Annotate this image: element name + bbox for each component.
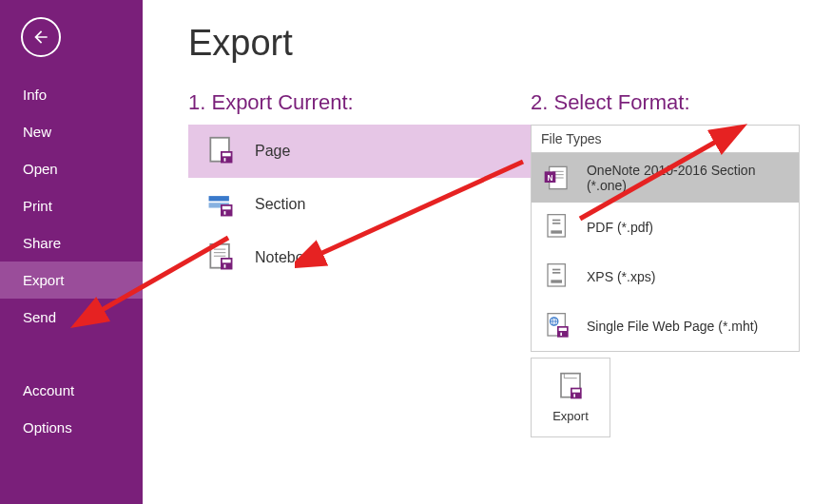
file-type-label: PDF (*.pdf) bbox=[587, 220, 653, 235]
export-item-page[interactable]: Page bbox=[188, 125, 531, 178]
filetype-xps-icon bbox=[541, 261, 573, 293]
file-type-label: OneNote 2010-2016 Section (*.one) bbox=[587, 163, 799, 193]
sidebar-item-print[interactable]: Print bbox=[0, 187, 143, 224]
svg-rect-4 bbox=[209, 196, 229, 201]
page-title: Export bbox=[188, 23, 813, 64]
sidebar-item-label: Share bbox=[23, 235, 61, 251]
sidebar-item-label: Account bbox=[23, 382, 74, 398]
sidebar-item-send[interactable]: Send bbox=[0, 299, 143, 336]
filetype-xps[interactable]: XPS (*.xps) bbox=[532, 252, 799, 301]
svg-rect-36 bbox=[560, 333, 562, 336]
svg-rect-8 bbox=[224, 211, 226, 215]
file-types-header: File Types bbox=[532, 126, 799, 153]
sidebar-item-label: Send bbox=[23, 309, 56, 325]
export-item-label: Section bbox=[255, 196, 305, 213]
sidebar-item-label: Export bbox=[23, 272, 64, 288]
sidebar-item-label: Print bbox=[23, 198, 52, 214]
filetype-pdf-icon bbox=[541, 211, 573, 243]
filetype-one[interactable]: NOneNote 2010-2016 Section (*.one) bbox=[532, 153, 799, 203]
sidebar: InfoNewOpenPrintShareExportSend AccountO… bbox=[0, 0, 143, 504]
svg-rect-29 bbox=[552, 272, 560, 274]
export-item-notebook[interactable]: Notebook bbox=[188, 231, 531, 284]
svg-rect-14 bbox=[223, 260, 231, 263]
filetype-mht-icon bbox=[541, 310, 573, 342]
svg-rect-15 bbox=[224, 264, 226, 268]
filetype-mht[interactable]: Single File Web Page (*.mht) bbox=[532, 301, 799, 351]
file-type-label: Single File Web Page (*.mht) bbox=[587, 319, 758, 334]
step1-heading: 1. Export Current: bbox=[188, 90, 531, 115]
svg-rect-23 bbox=[551, 230, 562, 233]
sidebar-item-label: Open bbox=[23, 161, 58, 177]
file-types-box: File Types NOneNote 2010-2016 Section (*… bbox=[531, 125, 800, 352]
sidebar-item-info[interactable]: Info bbox=[0, 76, 143, 113]
export-button[interactable]: Export bbox=[531, 358, 610, 437]
svg-rect-27 bbox=[551, 280, 562, 282]
svg-rect-28 bbox=[552, 269, 560, 271]
export-button-label: Export bbox=[552, 409, 589, 423]
svg-rect-2 bbox=[223, 153, 231, 157]
svg-rect-25 bbox=[552, 223, 560, 224]
export-item-notebook-icon bbox=[203, 241, 238, 275]
svg-rect-24 bbox=[552, 220, 560, 222]
filetype-one-icon: N bbox=[541, 162, 573, 194]
svg-text:N: N bbox=[547, 173, 552, 183]
sidebar-item-open[interactable]: Open bbox=[0, 150, 143, 187]
step2-heading: 2. Select Format: bbox=[531, 90, 813, 115]
file-type-label: XPS (*.xps) bbox=[587, 269, 655, 284]
sidebar-item-label: Info bbox=[23, 87, 47, 103]
export-item-section-icon bbox=[203, 187, 238, 222]
sidebar-item-share[interactable]: Share bbox=[0, 224, 143, 262]
sidebar-item-account[interactable]: Account bbox=[0, 372, 143, 409]
svg-rect-3 bbox=[224, 158, 226, 162]
sidebar-item-label: New bbox=[23, 124, 51, 140]
filetype-pdf[interactable]: PDF (*.pdf) bbox=[532, 203, 799, 252]
sidebar-item-export[interactable]: Export bbox=[0, 262, 143, 299]
export-item-label: Notebook bbox=[255, 249, 320, 266]
main-content: Export 1. Export Current: PageSectionNot… bbox=[143, 0, 813, 504]
sidebar-item-new[interactable]: New bbox=[0, 113, 143, 150]
svg-rect-40 bbox=[573, 394, 575, 397]
back-arrow-icon bbox=[31, 28, 50, 47]
export-item-page-icon bbox=[203, 134, 238, 168]
svg-rect-7 bbox=[223, 206, 231, 210]
back-button[interactable] bbox=[21, 17, 61, 57]
export-icon bbox=[556, 372, 585, 403]
svg-rect-35 bbox=[559, 328, 567, 331]
sidebar-item-options[interactable]: Options bbox=[0, 409, 143, 446]
export-item-section[interactable]: Section bbox=[188, 178, 531, 231]
svg-rect-39 bbox=[572, 389, 580, 392]
export-item-label: Page bbox=[255, 143, 290, 160]
sidebar-item-label: Options bbox=[23, 419, 72, 436]
